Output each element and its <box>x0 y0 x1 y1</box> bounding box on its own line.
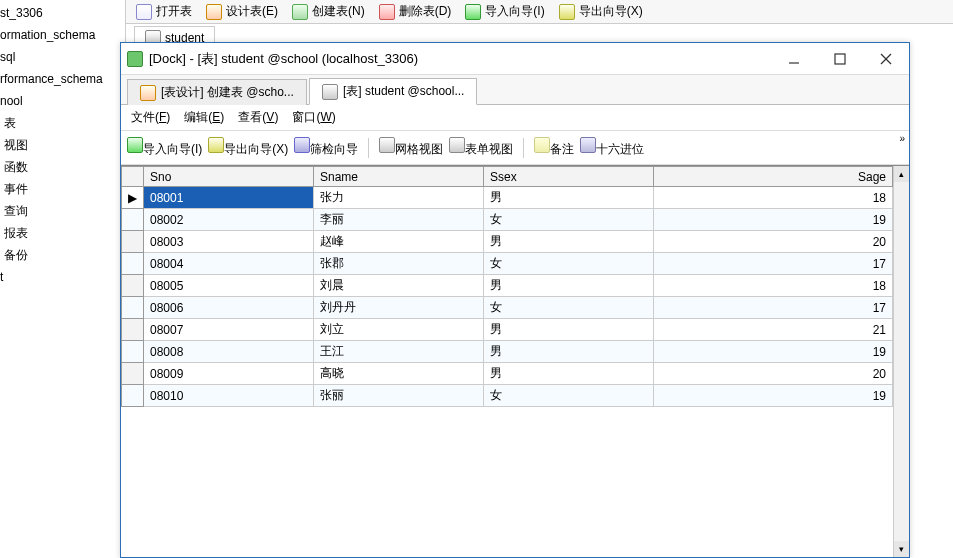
tree-item[interactable]: st_3306 <box>0 2 125 24</box>
vertical-scrollbar[interactable]: ▴ ▾ <box>893 166 909 557</box>
cell-sno[interactable]: 08010 <box>144 385 314 407</box>
data-grid[interactable]: SnoSnameSsexSage ▶08001张力男1808002李丽女1908… <box>121 165 909 557</box>
cell-sno[interactable]: 08005 <box>144 275 314 297</box>
cell-ssex[interactable]: 女 <box>484 385 654 407</box>
cell-sname[interactable]: 李丽 <box>314 209 484 231</box>
tree-item[interactable]: 表 <box>0 112 125 134</box>
toolbar-button[interactable]: 删除表(D) <box>375 1 456 22</box>
cell-ssex[interactable]: 女 <box>484 253 654 275</box>
row-marker[interactable] <box>122 385 144 407</box>
toolbar-button[interactable]: 设计表(E) <box>202 1 282 22</box>
toolbar-button[interactable]: 备注 <box>534 137 574 158</box>
tree-item[interactable]: 查询 <box>0 200 125 222</box>
table-row[interactable]: ▶08001张力男18 <box>122 187 893 209</box>
minimize-button[interactable] <box>771 43 817 75</box>
cell-sage[interactable]: 17 <box>654 253 893 275</box>
menu-e[interactable]: 编辑(E) <box>184 109 224 126</box>
cell-sname[interactable]: 张郡 <box>314 253 484 275</box>
scroll-down-button[interactable]: ▾ <box>894 541 909 557</box>
inner-tab[interactable]: [表] student @school... <box>309 78 478 105</box>
row-marker[interactable] <box>122 363 144 385</box>
tree-item[interactable]: ormation_schema <box>0 24 125 46</box>
cell-sage[interactable]: 19 <box>654 341 893 363</box>
toolbar-button[interactable]: 导入向导(I) <box>127 137 202 158</box>
cell-sage[interactable]: 19 <box>654 209 893 231</box>
cell-sage[interactable]: 17 <box>654 297 893 319</box>
maximize-button[interactable] <box>817 43 863 75</box>
tree-item[interactable]: 函数 <box>0 156 125 178</box>
cell-ssex[interactable]: 男 <box>484 319 654 341</box>
tree-item[interactable]: 事件 <box>0 178 125 200</box>
table-row[interactable]: 08009高晓男20 <box>122 363 893 385</box>
cell-ssex[interactable]: 男 <box>484 363 654 385</box>
cell-sno[interactable]: 08001 <box>144 187 314 209</box>
toolbar-button[interactable]: 创建表(N) <box>288 1 369 22</box>
tree-item[interactable]: t <box>0 266 125 288</box>
row-marker[interactable] <box>122 275 144 297</box>
cell-sno[interactable]: 08004 <box>144 253 314 275</box>
scroll-up-button[interactable]: ▴ <box>894 166 909 182</box>
toolbar-button[interactable]: 表单视图 <box>449 137 513 158</box>
column-header-sage[interactable]: Sage <box>654 167 893 187</box>
column-header-sno[interactable]: Sno <box>144 167 314 187</box>
table-row[interactable]: 08007刘立男21 <box>122 319 893 341</box>
row-marker[interactable]: ▶ <box>122 187 144 209</box>
cell-sno[interactable]: 08008 <box>144 341 314 363</box>
cell-sno[interactable]: 08007 <box>144 319 314 341</box>
cell-sno[interactable]: 08002 <box>144 209 314 231</box>
cell-ssex[interactable]: 女 <box>484 297 654 319</box>
toolbar-button[interactable]: 导出向导(X) <box>208 137 288 158</box>
cell-sage[interactable]: 19 <box>654 385 893 407</box>
titlebar[interactable]: [Dock] - [表] student @school (localhost_… <box>121 43 909 75</box>
row-marker[interactable] <box>122 319 144 341</box>
cell-sname[interactable]: 刘晨 <box>314 275 484 297</box>
cell-sname[interactable]: 刘丹丹 <box>314 297 484 319</box>
table-row[interactable]: 08003赵峰男20 <box>122 231 893 253</box>
cell-sage[interactable]: 18 <box>654 275 893 297</box>
cell-sno[interactable]: 08006 <box>144 297 314 319</box>
toolbar-button[interactable]: 导入向导(I) <box>461 1 548 22</box>
cell-ssex[interactable]: 男 <box>484 341 654 363</box>
row-marker[interactable] <box>122 341 144 363</box>
table-row[interactable]: 08002李丽女19 <box>122 209 893 231</box>
cell-sage[interactable]: 20 <box>654 363 893 385</box>
tree-item[interactable]: 视图 <box>0 134 125 156</box>
table-row[interactable]: 08005刘晨男18 <box>122 275 893 297</box>
table-row[interactable]: 08006刘丹丹女17 <box>122 297 893 319</box>
cell-sage[interactable]: 21 <box>654 319 893 341</box>
close-button[interactable] <box>863 43 909 75</box>
row-marker[interactable] <box>122 253 144 275</box>
table-row[interactable]: 08010张丽女19 <box>122 385 893 407</box>
row-marker[interactable] <box>122 209 144 231</box>
cell-sname[interactable]: 张丽 <box>314 385 484 407</box>
row-marker[interactable] <box>122 297 144 319</box>
tree-item[interactable]: 备份 <box>0 244 125 266</box>
cell-sname[interactable]: 高晓 <box>314 363 484 385</box>
toolbar-button[interactable]: 网格视图 <box>379 137 443 158</box>
tree-item[interactable]: 报表 <box>0 222 125 244</box>
column-header-ssex[interactable]: Ssex <box>484 167 654 187</box>
cell-ssex[interactable]: 男 <box>484 187 654 209</box>
menu-w[interactable]: 窗口(W) <box>292 109 335 126</box>
row-marker[interactable] <box>122 231 144 253</box>
menu-f[interactable]: 文件(F) <box>131 109 170 126</box>
table-row[interactable]: 08008王江男19 <box>122 341 893 363</box>
tree-item[interactable]: nool <box>0 90 125 112</box>
cell-sname[interactable]: 张力 <box>314 187 484 209</box>
column-header-sname[interactable]: Sname <box>314 167 484 187</box>
toolbar-button[interactable]: 十六进位 <box>580 137 644 158</box>
cell-ssex[interactable]: 女 <box>484 209 654 231</box>
cell-sage[interactable]: 20 <box>654 231 893 253</box>
cell-sage[interactable]: 18 <box>654 187 893 209</box>
tree-item[interactable]: rformance_schema <box>0 68 125 90</box>
menu-v[interactable]: 查看(V) <box>238 109 278 126</box>
toolbar-button[interactable]: 筛检向导 <box>294 137 358 158</box>
cell-ssex[interactable]: 男 <box>484 275 654 297</box>
toolbar-overflow-button[interactable]: » <box>899 133 905 144</box>
cell-sno[interactable]: 08009 <box>144 363 314 385</box>
toolbar-button[interactable]: 打开表 <box>132 1 196 22</box>
table-row[interactable]: 08004张郡女17 <box>122 253 893 275</box>
cell-sname[interactable]: 赵峰 <box>314 231 484 253</box>
cell-ssex[interactable]: 男 <box>484 231 654 253</box>
tree-item[interactable]: sql <box>0 46 125 68</box>
